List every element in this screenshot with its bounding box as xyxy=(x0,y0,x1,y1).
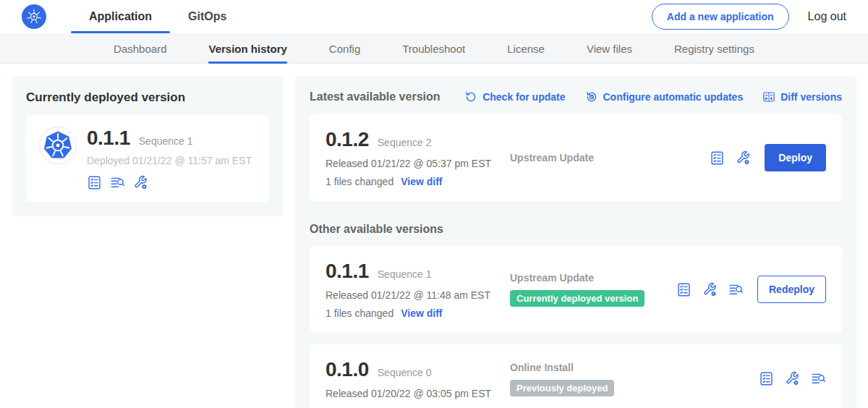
version-source-label: Upstream Update xyxy=(510,152,594,163)
preflight-checks-icon[interactable] xyxy=(710,150,725,166)
version-number: 0.1.1 xyxy=(326,260,369,283)
check-update-icon xyxy=(464,90,477,103)
tab-gitops[interactable]: GitOps xyxy=(170,0,244,33)
view-diff-link[interactable]: View diff xyxy=(401,307,442,319)
kubernetes-logo-icon xyxy=(22,4,46,29)
version-source-label: Online Install xyxy=(510,362,574,373)
tab-config[interactable]: Config xyxy=(329,33,360,64)
auto-update-icon xyxy=(585,90,598,103)
version-card-010: 0.1.0 Sequence 0 Released 01/20/22 @ 03:… xyxy=(310,344,842,408)
top-nav: Application GitOps Add a new application… xyxy=(0,0,868,33)
add-application-button[interactable]: Add a new application xyxy=(652,4,789,30)
check-for-update-link[interactable]: Check for update xyxy=(464,90,565,103)
deployed-timestamp: Deployed 01/21/22 @ 11:57 am EST xyxy=(87,155,252,166)
deployed-sequence-label: Sequence 1 xyxy=(139,135,193,147)
previously-deployed-badge: Previously deployed xyxy=(510,380,614,396)
edit-config-icon[interactable] xyxy=(785,371,800,386)
preflight-checks-icon[interactable] xyxy=(676,282,692,297)
deploy-logs-icon[interactable] xyxy=(811,371,826,386)
released-timestamp: Released 01/21/22 @ 05:37 pm EST xyxy=(326,158,510,169)
version-number: 0.1.2 xyxy=(326,128,369,151)
redeploy-button[interactable]: Redeploy xyxy=(757,276,826,303)
sequence-label: Sequence 1 xyxy=(378,268,432,280)
edit-config-icon[interactable] xyxy=(702,282,718,297)
released-timestamp: Released 01/20/22 @ 03:05 pm EST xyxy=(326,388,510,399)
diff-versions-label: Diff versions xyxy=(780,91,842,103)
deployed-version-number: 0.1.1 xyxy=(87,127,130,150)
preflight-checks-icon[interactable] xyxy=(759,371,774,386)
currently-deployed-badge: Currently deployed version xyxy=(510,290,644,307)
version-source-label: Upstream Update xyxy=(510,272,594,284)
version-card-011: 0.1.1 Sequence 1 Released 01/21/22 @ 11:… xyxy=(310,246,842,333)
diff-versions-link[interactable]: Diff versions xyxy=(762,90,842,103)
preflight-checks-icon[interactable] xyxy=(87,175,102,190)
diff-versions-icon xyxy=(762,90,775,103)
deploy-button[interactable]: Deploy xyxy=(765,144,826,171)
currently-deployed-panel: Currently deployed version 0.1.1 Sequenc… xyxy=(12,76,284,216)
deploy-logs-icon[interactable] xyxy=(728,282,744,297)
other-available-title: Other available versions xyxy=(310,223,842,236)
tab-troubleshoot[interactable]: Troubleshoot xyxy=(402,33,465,64)
sequence-label: Sequence 2 xyxy=(378,137,432,148)
files-changed-label: 1 files changed xyxy=(326,176,393,187)
configure-automatic-updates-link[interactable]: Configure automatic updates xyxy=(585,90,744,103)
check-for-update-label: Check for update xyxy=(482,91,565,103)
released-timestamp: Released 01/21/22 @ 11:48 am EST xyxy=(326,289,510,301)
app-sub-nav: Dashboard Version history Config Trouble… xyxy=(0,33,868,64)
sequence-label: Sequence 0 xyxy=(378,367,432,378)
deployed-version-card: 0.1.1 Sequence 1 Deployed 01/21/22 @ 11:… xyxy=(26,115,269,202)
view-diff-link[interactable]: View diff xyxy=(401,176,442,187)
version-card-012: 0.1.2 Sequence 2 Released 01/21/22 @ 05:… xyxy=(310,114,842,201)
edit-config-icon[interactable] xyxy=(736,150,751,166)
edit-config-icon[interactable] xyxy=(133,175,148,190)
tab-version-history[interactable]: Version history xyxy=(208,33,286,64)
tab-application[interactable]: Application xyxy=(71,0,170,33)
tab-license[interactable]: License xyxy=(507,33,545,64)
logout-button[interactable]: Log out xyxy=(808,10,846,23)
tab-registry-settings[interactable]: Registry settings xyxy=(674,33,754,64)
tab-view-files[interactable]: View files xyxy=(587,33,632,64)
tab-dashboard[interactable]: Dashboard xyxy=(114,33,166,64)
version-number: 0.1.0 xyxy=(326,358,369,381)
main-content: Currently deployed version 0.1.1 Sequenc… xyxy=(0,64,868,408)
files-changed-label: 1 files changed xyxy=(326,307,393,319)
latest-available-title: Latest available version xyxy=(310,90,441,103)
deploy-logs-icon[interactable] xyxy=(110,175,125,190)
configure-automatic-updates-label: Configure automatic updates xyxy=(603,91,744,103)
available-versions-panel: Latest available version Check for updat… xyxy=(295,76,856,408)
app-logo-icon xyxy=(39,127,77,164)
deployed-panel-title: Currently deployed version xyxy=(26,90,269,105)
